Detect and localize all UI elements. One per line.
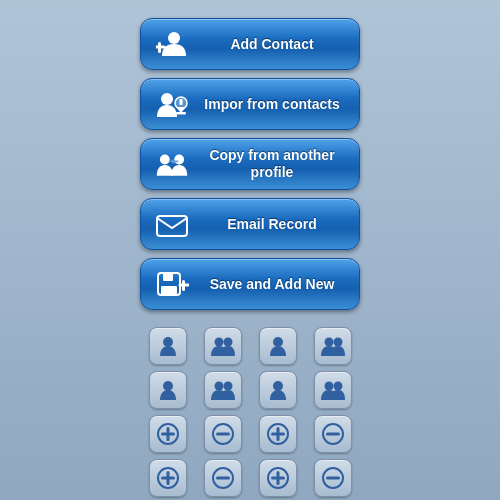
add-contact-label: Add Contact — [199, 36, 345, 53]
copy-profile-icon — [155, 147, 189, 181]
svg-point-24 — [214, 382, 223, 391]
svg-point-3 — [161, 93, 173, 105]
svg-rect-43 — [216, 477, 230, 480]
svg-point-28 — [333, 382, 342, 391]
remove-circle-icon-1[interactable] — [204, 415, 242, 453]
save-add-new-button[interactable]: Save and Add New — [140, 258, 360, 310]
icon-row-1 — [140, 324, 360, 368]
remove-circle-icon-2[interactable] — [314, 415, 352, 453]
svg-point-27 — [324, 382, 333, 391]
person-single-icon-1[interactable] — [149, 327, 187, 365]
svg-point-23 — [163, 381, 173, 391]
icon-row-3 — [140, 412, 360, 456]
svg-rect-5 — [180, 99, 183, 105]
svg-point-18 — [214, 338, 223, 347]
person-double-icon-3[interactable] — [204, 371, 242, 409]
person-double-icon-4[interactable] — [314, 371, 352, 409]
icon-row-2 — [140, 368, 360, 412]
svg-rect-46 — [271, 477, 285, 480]
import-contacts-button[interactable]: Impor from contacts — [140, 78, 360, 130]
person-double-icon-2[interactable] — [314, 327, 352, 365]
svg-rect-13 — [163, 273, 173, 281]
svg-rect-2 — [156, 46, 166, 49]
svg-rect-36 — [271, 433, 285, 436]
main-container: Add Contact Impor from contacts — [0, 0, 500, 500]
icon-grid: A B — [140, 324, 360, 500]
person-single-icon-3[interactable] — [149, 371, 187, 409]
save-add-new-label: Save and Add New — [199, 276, 345, 293]
add-contact-icon — [155, 27, 189, 61]
person-double-icon-1[interactable] — [204, 327, 242, 365]
icon-row-4 — [140, 456, 360, 500]
svg-rect-14 — [161, 286, 177, 295]
svg-point-26 — [273, 381, 283, 391]
svg-point-9 — [174, 155, 184, 165]
svg-point-0 — [168, 32, 180, 44]
remove-circle-icon-4[interactable] — [314, 459, 352, 497]
svg-rect-41 — [161, 477, 175, 480]
svg-rect-11 — [157, 216, 187, 236]
svg-point-20 — [273, 337, 283, 347]
svg-rect-31 — [161, 433, 175, 436]
svg-point-21 — [324, 338, 333, 347]
copy-profile-button[interactable]: Copy from another profile — [140, 138, 360, 190]
svg-rect-48 — [326, 477, 340, 480]
save-add-new-icon — [155, 267, 189, 301]
copy-profile-label: Copy from another profile — [199, 147, 345, 181]
add-circle-icon-1[interactable] — [149, 415, 187, 453]
svg-rect-38 — [326, 433, 340, 436]
add-circle-icon-2[interactable] — [259, 415, 297, 453]
email-record-button[interactable]: Email Record — [140, 198, 360, 250]
remove-circle-icon-3[interactable] — [204, 459, 242, 497]
add-circle-icon-4[interactable] — [259, 459, 297, 497]
svg-rect-33 — [216, 433, 230, 436]
person-single-icon-2[interactable] — [259, 327, 297, 365]
import-contacts-icon — [155, 87, 189, 121]
svg-point-25 — [223, 382, 232, 391]
person-single-icon-4[interactable] — [259, 371, 297, 409]
svg-point-8 — [160, 155, 170, 165]
add-contact-button[interactable]: Add Contact — [140, 18, 360, 70]
import-contacts-label: Impor from contacts — [199, 96, 345, 113]
add-circle-icon-3[interactable] — [149, 459, 187, 497]
svg-rect-7 — [176, 112, 186, 115]
svg-point-17 — [163, 337, 173, 347]
email-record-icon — [155, 207, 189, 241]
svg-point-22 — [333, 338, 342, 347]
svg-rect-16 — [179, 284, 190, 287]
email-record-label: Email Record — [199, 216, 345, 233]
svg-point-19 — [223, 338, 232, 347]
